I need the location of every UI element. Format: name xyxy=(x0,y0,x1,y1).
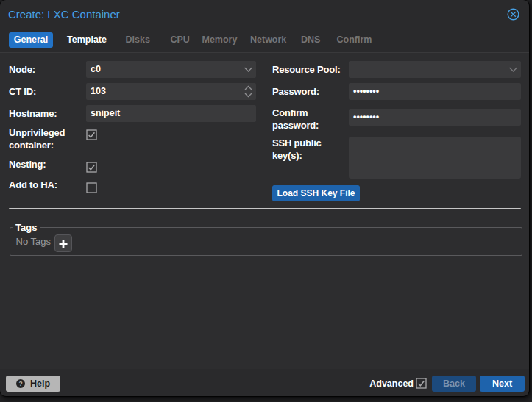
resource-pool-combobox[interactable] xyxy=(349,61,521,78)
add-to-ha-checkbox[interactable] xyxy=(86,182,97,193)
password-field[interactable]: •••••••• xyxy=(349,83,521,100)
load-ssh-key-button[interactable]: Load SSH Key File xyxy=(272,185,360,201)
help-button[interactable]: ? Help xyxy=(6,376,60,392)
ct-id-field[interactable]: 103 xyxy=(86,83,256,100)
next-button[interactable]: Next xyxy=(480,376,525,392)
add-to-ha-label: Add to HA: xyxy=(9,179,57,191)
node-value: c0 xyxy=(91,64,101,74)
svg-text:?: ? xyxy=(18,380,22,387)
no-tags-text: No Tags xyxy=(16,234,51,249)
dialog-footer: ? Help Advanced Back Next xyxy=(0,370,529,396)
password-value: •••••••• xyxy=(353,86,379,96)
ct-id-label: CT ID: xyxy=(9,83,36,100)
tab-confirm: Confirm xyxy=(337,32,372,48)
ct-id-spinner-icon[interactable] xyxy=(244,83,253,100)
checkbox-unchecked-icon xyxy=(86,182,97,193)
node-dropdown-icon[interactable] xyxy=(244,61,253,78)
nesting-checkbox[interactable] xyxy=(86,162,97,173)
help-button-label: Help xyxy=(30,378,50,389)
create-lxc-container-dialog: Create: LXC Container General Template D… xyxy=(0,0,529,396)
checkbox-checked-icon xyxy=(416,378,427,389)
password-label: Password: xyxy=(272,83,319,100)
general-tab-panel: Node: c0 CT ID: 103 Hostname: snipeit Un… xyxy=(0,53,529,369)
tags-fieldset: Tags No Tags xyxy=(10,227,522,256)
tab-dns: DNS xyxy=(301,32,320,48)
back-button: Back xyxy=(432,376,476,392)
hostname-field[interactable]: snipeit xyxy=(86,105,256,122)
confirm-password-value: •••••••• xyxy=(353,112,379,122)
checkbox-checked-icon xyxy=(86,129,97,140)
tab-template[interactable]: Template xyxy=(67,32,107,48)
checkbox-checked-icon xyxy=(86,162,97,173)
hostname-label: Hostname: xyxy=(9,105,57,122)
tab-disks: Disks xyxy=(126,32,150,48)
resource-pool-label: Resource Pool: xyxy=(272,61,341,78)
hostname-value: snipeit xyxy=(91,108,120,118)
unprivileged-label: Unprivileged container: xyxy=(9,126,85,151)
help-icon: ? xyxy=(16,379,25,388)
node-label: Node: xyxy=(9,61,35,78)
close-icon[interactable] xyxy=(507,8,519,21)
ssh-keys-label: SSH public key(s): xyxy=(272,137,349,162)
add-tag-button[interactable] xyxy=(54,234,72,252)
dialog-title: Create: LXC Container xyxy=(8,8,120,21)
advanced-label: Advanced xyxy=(369,376,414,392)
tags-legend: Tags xyxy=(13,222,40,233)
advanced-separator xyxy=(9,208,521,209)
plus-icon xyxy=(59,240,68,248)
ssh-keys-textarea[interactable] xyxy=(349,137,521,179)
resource-pool-dropdown-icon[interactable] xyxy=(508,61,518,78)
tab-memory: Memory xyxy=(202,32,238,48)
unprivileged-checkbox[interactable] xyxy=(86,129,97,140)
confirm-password-label: Confirm password: xyxy=(272,107,349,132)
tab-cpu: CPU xyxy=(171,32,190,48)
nesting-label: Nesting: xyxy=(9,158,46,171)
tab-general[interactable]: General xyxy=(9,32,53,48)
node-combobox[interactable]: c0 xyxy=(86,61,256,78)
advanced-checkbox[interactable] xyxy=(416,378,427,389)
tab-network: Network xyxy=(250,32,286,48)
ct-id-value: 103 xyxy=(91,86,106,96)
confirm-password-field[interactable]: •••••••• xyxy=(349,109,521,126)
